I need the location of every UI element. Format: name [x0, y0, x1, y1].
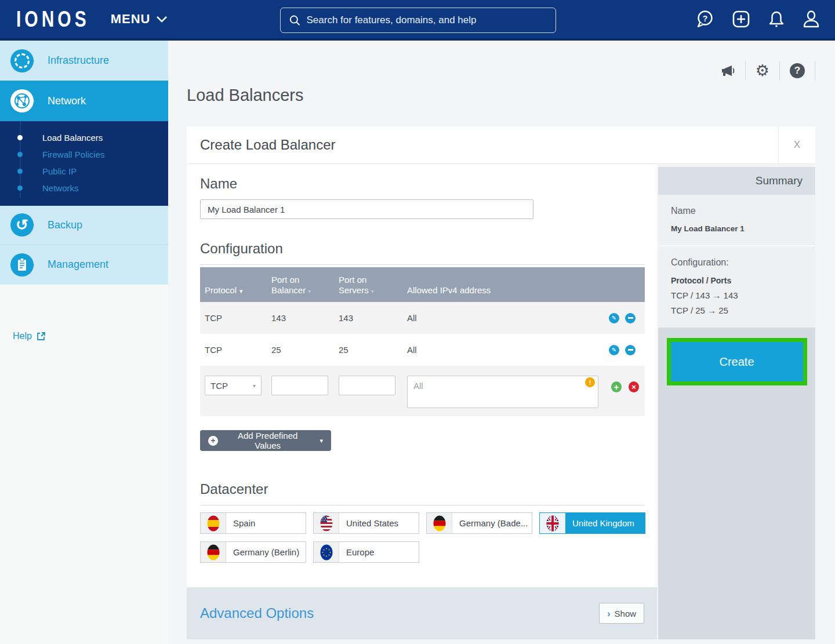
edit-row-icon[interactable]: ✎ [609, 345, 619, 355]
datacenter-option-germany-berlin[interactable]: Germany (Berlin) [200, 541, 306, 563]
create-button[interactable]: Create [671, 342, 803, 381]
submenu-item-label: Networks [42, 183, 79, 193]
port-balancer-input[interactable] [271, 376, 328, 395]
sidebar: Infrastructure Network Load Balancers Fi… [0, 41, 168, 644]
name-input[interactable] [200, 199, 533, 219]
account-user-icon[interactable] [803, 10, 820, 28]
select-caret-icon: ▾ [253, 383, 256, 389]
cell-protocol: TCP [200, 313, 267, 323]
column-header-allowed-ip: Allowed IPv4 address [401, 267, 585, 302]
cell-allowed-ip: All [401, 345, 585, 355]
submenu-item-label: Load Balancers [42, 133, 103, 143]
edit-row-icon[interactable]: ✎ [609, 313, 619, 323]
datacenter-label: Europe [339, 542, 419, 562]
arrow-right-icon: → [707, 305, 716, 315]
advanced-options-link[interactable]: Advanced Options [200, 605, 314, 621]
search-icon [289, 14, 301, 27]
datacenter-label: United States [339, 513, 419, 533]
table-header-row: Protocol▾ Port onBalancer▾ Port onServer… [200, 267, 645, 302]
column-header-protocol[interactable]: Protocol▾ [200, 267, 267, 302]
datacenter-options: Spain United States [200, 512, 652, 563]
germany-flag-icon [427, 513, 452, 533]
page-title: Load Balancers [187, 86, 835, 105]
sidebar-item-management[interactable]: Management [0, 245, 168, 285]
submenu-item-firewall-policies[interactable]: Firewall Policies [0, 146, 168, 163]
main-content: ⚙ ? Load Balancers Create Load Balancer … [168, 41, 835, 644]
protocol-select[interactable]: TCP ▾ [205, 376, 262, 395]
add-predefined-values-button[interactable]: + Add Predefined Values ▾ [200, 430, 331, 451]
create-button-highlight: Create [667, 338, 807, 385]
datacenter-option-spain[interactable]: Spain [200, 512, 306, 534]
remove-row-icon[interactable] [625, 345, 636, 355]
context-icons: ⚙ ? [168, 41, 835, 81]
ionos-logo[interactable]: IONOS [16, 6, 90, 32]
table-edit-row: TCP ▾ ! [200, 366, 645, 416]
global-search[interactable] [280, 8, 556, 33]
panel-header: Create Load Balancer X [187, 126, 815, 164]
column-header-port-servers[interactable]: Port onServers▾ [334, 267, 401, 302]
summary-port-line: TCP / 143 → 143 [671, 290, 803, 300]
submenu-item-public-ip[interactable]: Public IP [0, 163, 168, 180]
sidebar-item-label: Management [48, 259, 108, 271]
spain-flag-icon [201, 513, 226, 533]
sidebar-item-label: Backup [48, 219, 82, 231]
allowed-ip-textarea[interactable] [407, 376, 598, 408]
settings-gear-icon[interactable]: ⚙ [746, 63, 779, 79]
configuration-heading: Configuration [200, 241, 645, 257]
backup-icon: ↺ [10, 213, 34, 237]
help-link[interactable]: Help [13, 331, 46, 341]
add-predefined-values-label: Add Predefined Values [224, 431, 312, 450]
announcements-icon[interactable] [710, 64, 745, 78]
feedback-chat-icon[interactable]: ? [695, 10, 715, 28]
europe-flag-icon [314, 542, 339, 562]
summary-configuration-label: Configuration: [671, 257, 803, 268]
table-row: TCP 25 25 All ✎ [200, 334, 645, 366]
panel-title: Create Load Balancer [187, 137, 778, 153]
column-header-port-balancer[interactable]: Port onBalancer▾ [267, 267, 334, 302]
notifications-bell-icon[interactable] [767, 10, 786, 28]
us-flag-icon [314, 513, 339, 533]
show-advanced-button[interactable]: › Show [599, 603, 644, 624]
advanced-options-bar: Advanced Options › Show [187, 587, 657, 639]
section-divider [200, 505, 645, 505]
bullet-icon [17, 135, 23, 140]
chevron-right-icon: › [607, 609, 611, 618]
datacenter-option-united-states[interactable]: United States [313, 512, 419, 534]
summary-name-section: Name My Load Balancer 1 [658, 195, 815, 245]
cell-allowed-ip: All [401, 313, 585, 323]
add-row-icon[interactable]: + [611, 381, 622, 392]
datacenter-option-germany-baden[interactable]: Germany (Bade... [426, 512, 532, 534]
bullet-icon [17, 152, 23, 157]
cell-protocol: TCP [200, 345, 267, 355]
top-bar-icons: ? [695, 0, 820, 38]
submenu-item-load-balancers[interactable]: Load Balancers [0, 129, 168, 146]
datacenter-option-united-kingdom[interactable]: United Kingdom [539, 512, 645, 534]
port-servers-input[interactable] [339, 376, 395, 395]
sort-caret-icon: ▾ [308, 288, 311, 294]
remove-row-icon[interactable] [625, 313, 636, 323]
icon-divider [815, 61, 815, 81]
cell-port-servers: 143 [334, 313, 401, 323]
menu-button[interactable]: MENU [111, 12, 168, 27]
submenu-item-networks[interactable]: Networks [0, 180, 168, 197]
uk-flag-icon [540, 513, 565, 533]
show-button-label: Show [615, 609, 637, 618]
configuration-table: Protocol▾ Port onBalancer▾ Port onServer… [200, 267, 645, 416]
summary-name-value: My Load Balancer 1 [671, 224, 803, 233]
add-resource-icon[interactable] [732, 10, 750, 28]
help-question-icon[interactable]: ? [780, 63, 815, 78]
delete-row-icon[interactable]: × [629, 381, 639, 392]
sidebar-item-network[interactable]: Network [0, 81, 168, 121]
sidebar-item-backup[interactable]: ↺ Backup [0, 206, 168, 244]
section-divider [200, 264, 645, 265]
search-input[interactable] [307, 14, 548, 26]
sort-caret-icon: ▾ [239, 288, 243, 294]
sidebar-item-infrastructure[interactable]: Infrastructure [0, 41, 168, 81]
infrastructure-icon [10, 49, 34, 72]
datacenter-option-europe[interactable]: Europe [313, 541, 419, 563]
summary-title: Summary [658, 167, 815, 195]
summary-port-line: TCP / 25 → 25 [671, 305, 803, 315]
close-icon[interactable]: X [778, 126, 815, 164]
network-icon [10, 89, 34, 112]
app-root: IONOS MENU ? Infrastructure Network [0, 0, 835, 644]
